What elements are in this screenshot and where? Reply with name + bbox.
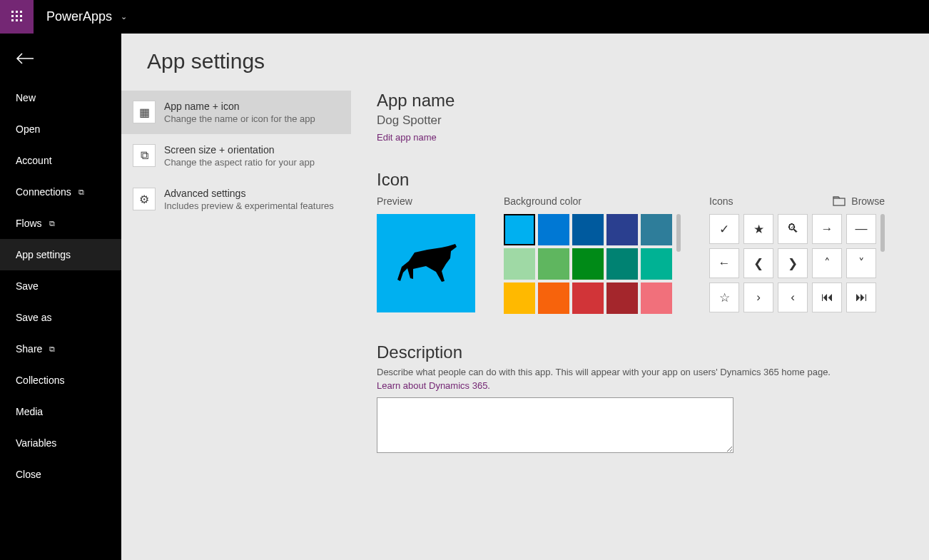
setting-title: Screen size + orientation [164,144,315,156]
setting-icon: ▦ [133,101,156,123]
icon-grid: ✓★🔍︎→—←❮❯˄˅☆›‹⏮⏭ [709,214,876,312]
color-swatch[interactable] [572,282,604,314]
top-bar: PowerApps ⌄ [0,0,929,34]
chevron-down-icon: ⌄ [121,12,127,21]
page-title: App settings [121,49,929,91]
sidebar-item-account[interactable]: Account [0,145,121,176]
sidebar-item-label: Collections [16,375,64,386]
icon-option-angle-left[interactable]: ‹ [778,282,808,312]
sidebar-item-media[interactable]: Media [0,396,121,427]
content-area: App settings ▦App name + iconChange the … [121,34,929,560]
color-swatch[interactable] [641,282,672,314]
icon-option-chevron-right[interactable]: ❯ [778,248,808,278]
sidebar-item-label: Media [16,406,43,417]
sidebar-item-save-as[interactable]: Save as [0,302,121,333]
detail-pane: App name Dog Spotter Edit app name Icon … [351,91,929,456]
icon-preview [377,214,475,312]
learn-dynamics-link[interactable]: Learn about Dynamics 365. [377,380,490,391]
svg-rect-1 [16,11,18,13]
sidebar-item-label: App settings [16,249,71,260]
description-heading: Description [377,342,929,362]
color-scrollbar[interactable] [676,214,681,252]
color-swatch[interactable] [538,214,569,245]
sidebar-item-label: Save [16,280,39,292]
sidebar-item-label: Variables [16,437,56,449]
color-swatch[interactable] [606,214,638,245]
color-swatch[interactable] [606,248,638,280]
icon-scrollbar[interactable] [880,214,885,252]
icon-option-chevron-up[interactable]: ˄ [812,248,842,278]
folder-icon [833,196,846,206]
color-grid [504,214,672,314]
browse-label: Browse [851,195,885,207]
sidebar-item-close[interactable]: Close [0,459,121,490]
edit-app-name-link[interactable]: Edit app name [377,132,929,143]
color-swatch[interactable] [504,248,535,280]
icon-option-arrow-right[interactable]: → [812,214,842,244]
icon-option-arrow-left[interactable]: ← [709,248,739,278]
sidebar-item-share[interactable]: Share⧉ [0,333,121,365]
color-swatch[interactable] [538,248,569,280]
sidebar-item-label: Open [16,123,40,135]
setting-item-app-name-icon[interactable]: ▦App name + iconChange the name or icon … [121,91,351,134]
icons-column: Icons Browse ✓★🔍︎→—←❮❯˄˅☆›‹⏮⏭ [709,195,885,314]
svg-rect-9 [833,198,845,205]
color-swatch[interactable] [572,214,604,245]
icon-option-star[interactable]: ★ [743,214,773,244]
browse-button[interactable]: Browse [833,195,885,207]
color-swatch[interactable] [504,282,535,314]
setting-desc: Change the aspect ratio for your app [164,157,315,168]
color-swatch[interactable] [572,248,604,280]
setting-item-screen-size-orientation[interactable]: ⧉Screen size + orientationChange the asp… [121,134,351,178]
icon-option-search[interactable]: 🔍︎ [778,214,808,244]
icon-option-check[interactable]: ✓ [709,214,739,244]
sidebar-item-label: Account [16,155,52,166]
color-swatch[interactable] [606,282,638,314]
svg-rect-4 [16,15,18,17]
setting-desc: Includes preview & experimental features [164,200,334,211]
icon-heading: Icon [377,170,929,190]
color-swatch[interactable] [538,282,569,314]
sidebar-item-collections[interactable]: Collections [0,365,121,396]
icon-option-star-outline[interactable]: ☆ [709,282,739,312]
setting-title: App name + icon [164,101,315,112]
sidebar-item-flows[interactable]: Flows⧉ [0,208,121,239]
settings-list: ▦App name + iconChange the name or icon … [121,91,351,456]
icons-label: Icons [709,195,733,207]
sidebar-item-app-settings[interactable]: App settings [0,239,121,270]
icon-option-skip-next[interactable]: ⏭ [846,282,876,312]
dog-icon [390,238,462,288]
app-launcher-button[interactable] [0,0,34,34]
color-swatch[interactable] [504,214,535,245]
sidebar-item-variables[interactable]: Variables [0,427,121,459]
setting-desc: Change the name or icon for the app [164,113,315,124]
icon-option-skip-prev[interactable]: ⏮ [812,282,842,312]
svg-rect-0 [11,11,14,13]
setting-item-advanced-settings[interactable]: ⚙Advanced settingsIncludes preview & exp… [121,178,351,221]
setting-icon: ⧉ [133,144,156,167]
brand-dropdown[interactable]: PowerApps ⌄ [34,9,140,24]
sidebar-item-label: Close [16,469,41,480]
back-button[interactable] [0,42,121,82]
icon-option-chevron-down[interactable]: ˅ [846,248,876,278]
app-name-value: Dog Spotter [377,113,929,128]
sidebar-item-connections[interactable]: Connections⧉ [0,176,121,208]
description-input[interactable] [377,397,733,453]
color-swatch[interactable] [641,248,672,280]
description-help: Describe what people can do with this ap… [377,367,929,377]
back-arrow-icon [16,52,34,65]
bg-color-label: Background color [504,195,681,207]
sidebar-item-new[interactable]: New [0,82,121,113]
external-link-icon: ⧉ [49,219,55,228]
icon-option-minus[interactable]: — [846,214,876,244]
setting-title: Advanced settings [164,188,334,199]
sidebar-item-save[interactable]: Save [0,270,121,302]
icon-option-angle-right[interactable]: › [743,282,773,312]
waffle-icon [11,11,23,22]
color-swatch[interactable] [641,214,672,245]
sidebar-item-open[interactable]: Open [0,113,121,145]
external-link-icon: ⧉ [78,188,84,197]
sidebar-item-label: New [16,92,36,103]
icon-option-chevron-left[interactable]: ❮ [743,248,773,278]
external-link-icon: ⧉ [49,345,55,354]
